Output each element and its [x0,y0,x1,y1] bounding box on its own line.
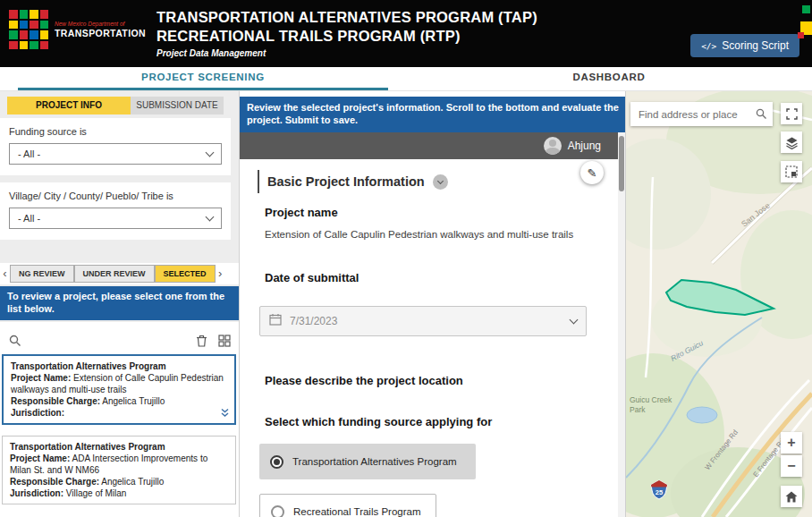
map-panel[interactable]: San Jose Rito Guicu Guicu Creek Park W F… [626,91,812,517]
radio-unselected-icon[interactable] [271,505,284,517]
logo-small-text: New Mexico Department of [55,21,146,28]
funding-question: Select which funding source applying for [265,415,492,428]
funding-source-value: - All - [18,148,40,159]
title-line-2: RECREATIONAL TRAILS PROGRAM (RTP) [156,27,537,46]
scoring-script-button[interactable]: </> Scoring Script [690,34,799,57]
tab-selected[interactable]: SELECTED [155,265,216,283]
funding-option-rtp[interactable]: Recreational Trails Program [259,494,436,517]
survey-scrollbar[interactable] [618,132,625,517]
app-root: New Mexico Department of TRANSPORTATION … [0,0,812,517]
section-title: Basic Project Information [267,174,425,189]
search-icon[interactable] [9,335,21,347]
project-list-item-selected[interactable]: Transportation Alternatives Program Proj… [2,354,236,425]
location-question: Please describe the project location [265,374,463,387]
responsible-charge-value: Angelica Trujillo [102,396,165,406]
scroll-left-icon[interactable]: ‹ [0,264,10,284]
chevron-down-icon [206,212,215,221]
jurisdiction-select[interactable]: - All - [9,208,222,229]
filter-sidebar: PROJECT INFO SUBMISSION DATE Funding sou… [0,91,240,517]
date-of-submittal-input[interactable]: 7/31/2023 [259,306,587,336]
header-edge-decoration [798,4,812,61]
content-area: PROJECT INFO SUBMISSION DATE Funding sou… [0,91,812,517]
program-name: Transportation Alternatives Program [10,441,228,453]
code-icon: </> [701,41,716,51]
overview-map-button[interactable] [781,161,802,182]
jurisdiction-filter: Village/ City / County/ Pueblo/ Tribe is… [0,182,231,240]
tab-under-review[interactable]: UNDER REVIEW [74,265,155,283]
radio-selected-icon[interactable] [270,455,283,469]
jurisdiction-value: - All - [18,213,40,224]
jurisdiction-label: Jurisdiction: [11,408,64,418]
project-name-label: Project Name: [10,453,70,463]
fullscreen-button[interactable] [781,103,802,124]
funding-source-select[interactable]: - All - [9,143,222,165]
jurisdiction-value: Village of Milan [66,488,127,498]
funding-option-tap[interactable]: Transportation Alternatives Program [259,444,476,479]
page-title: TRANSPORTATION ALTERNATIVES PROGRAM (TAP… [156,8,537,58]
edit-pencil-button[interactable]: ✎ [580,161,604,184]
logo-big-text: TRANSPORTATION [55,28,146,38]
filter-tab-group: PROJECT INFO SUBMISSION DATE [7,97,224,114]
zoom-out-button[interactable]: − [781,455,802,477]
user-avatar[interactable] [544,137,562,155]
map-label-guicu-creek: Guicu Creek [630,395,672,404]
list-toolbar [0,322,240,354]
chevron-down-icon [570,315,579,324]
collapse-section-button[interactable] [433,174,448,190]
responsible-charge-label: Responsible Charge: [11,396,100,406]
project-list: Transportation Alternatives Program Proj… [0,322,240,517]
nmdot-logo-mosaic [9,10,48,49]
scroll-right-icon[interactable]: › [216,264,225,284]
funding-option-label: Transportation Alternatives Program [292,456,457,467]
map-search-box [630,102,773,126]
responsible-charge-value: Angelica Trujillo [101,477,164,487]
project-name-label: Project Name: [11,373,71,383]
map-label-park: Park [630,405,646,414]
date-value: 7/31/2023 [290,315,562,327]
tab-submission-date[interactable]: SUBMISSION DATE [131,97,224,114]
survey-panel: Review the selected project's informatio… [240,91,626,517]
review-instructions-banner: Review the selected project's informatio… [240,97,626,132]
map-search-icon[interactable] [750,102,773,126]
program-name: Transportation Alternatives Program [11,360,227,372]
chevron-down-icon [437,177,444,183]
status-tab-strip: ‹ NG REVIEW UNDER REVIEW SELECTED › [0,263,240,284]
scoring-script-label: Scoring Script [722,39,789,52]
zoom-in-button[interactable]: + [781,432,802,453]
responsible-charge-label: Responsible Charge: [10,477,99,487]
chevron-down-icon [206,148,215,157]
section-header: Basic Project Information [258,170,448,193]
layers-button[interactable] [781,131,802,153]
survey-userbar: Ahjung [240,132,619,159]
user-name[interactable]: Ahjung [568,140,601,152]
trash-icon[interactable] [196,335,207,347]
title-line-1: TRANSPORTATION ALTERNATIVES PROGRAM (TAP… [156,8,537,27]
jurisdiction-filter-label: Village/ City / County/ Pueblo/ Tribe is [9,191,222,201]
expand-double-chevron-icon[interactable] [220,408,230,420]
tab-dashboard[interactable]: DASHBOARD [406,67,812,90]
shield-number: 25 [656,488,663,496]
map-search-input[interactable] [630,102,750,126]
funding-source-filter: Funding source is - All - [0,118,231,175]
tab-project-info[interactable]: PROJECT INFO [7,97,131,114]
project-list-item[interactable]: Transportation Alternatives Program Proj… [2,436,236,504]
select-project-banner: To review a project, please select one f… [0,286,240,320]
jurisdiction-label: Jurisdiction: [10,488,63,498]
project-name-answer: Extension of Calle Capulin Pedestrian wa… [265,228,587,242]
tab-pending-review[interactable]: NG REVIEW [10,265,74,283]
home-button[interactable] [781,486,802,507]
app-header: New Mexico Department of TRANSPORTATION … [0,0,812,67]
main-tabbar: PROJECT SCREENING DASHBOARD [0,67,812,91]
title-subtitle: Project Data Management [156,48,537,58]
funding-option-label: Recreational Trails Program [293,506,421,517]
calendar-icon [269,313,282,329]
nmdot-logo: New Mexico Department of TRANSPORTATION [9,10,146,49]
funding-source-label: Funding source is [9,126,222,137]
scrollbar-thumb[interactable] [619,136,624,191]
pond [687,407,717,423]
project-name-question: Project name [265,206,338,219]
grid-view-icon[interactable] [218,335,231,347]
tab-project-screening[interactable]: PROJECT SCREENING [0,67,406,90]
date-question: Date of submittal [265,271,359,284]
